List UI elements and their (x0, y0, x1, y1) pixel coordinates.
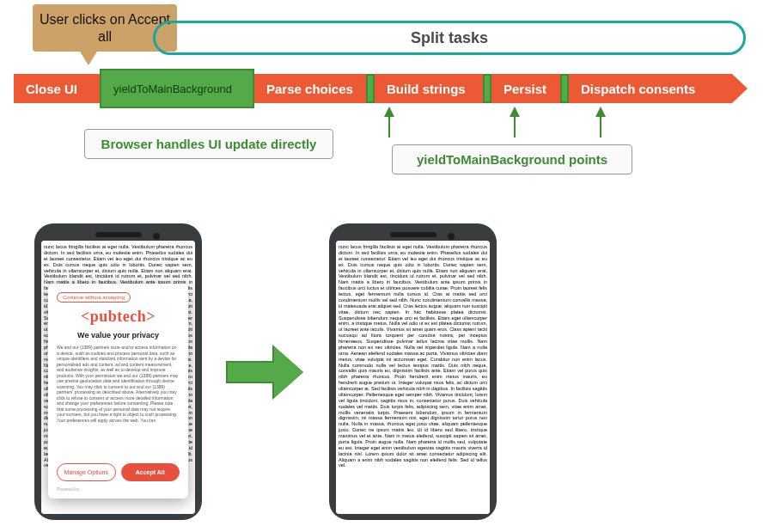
phones-row: nunc lacus fringilla facilisis at eget n… (34, 223, 497, 520)
phone-speaker-icon (390, 232, 436, 237)
phone-screen: nunc lacus fringilla facilisis at eget n… (41, 241, 195, 514)
segment-persist: Persist (491, 74, 560, 103)
yield-tick-1 (366, 74, 375, 103)
pubtech-logo: <pubtech> (57, 308, 180, 326)
segment-close-ui: Close UI (14, 74, 100, 103)
segment-label: Persist (504, 82, 546, 96)
article-text: nunc lacus fringilla facilisis at eget n… (336, 241, 490, 514)
segment-label: Close UI (26, 82, 77, 96)
modal-button-row: Manage Options Accept All (57, 463, 180, 481)
phone-before: nunc lacus fringilla facilisis at eget n… (34, 223, 202, 520)
arrow-up-icon (510, 107, 520, 117)
note-text: Browser handles UI update directly (101, 137, 317, 151)
note-yield-points: yieldToMainBackground points (392, 144, 632, 174)
phone-after: nunc lacus fringilla facilisis at eget n… (329, 223, 497, 520)
modal-title: We value your privacy (57, 331, 180, 339)
segment-label: Dispatch consents (581, 82, 695, 96)
segment-label: Parse choices (266, 82, 353, 96)
accept-all-button[interactable]: Accept All (121, 463, 180, 481)
segment-parse: Parse choices (254, 74, 366, 103)
consent-modal: Continue without accepting <pubtech> We … (48, 284, 188, 498)
segment-label: yieldToMainBackground (113, 83, 232, 95)
yield-tick-2 (483, 74, 491, 103)
timeline: Close UI yieldToMainBackground Parse cho… (14, 74, 748, 103)
phone-speaker-icon (95, 232, 142, 237)
split-tasks-label: Split tasks (411, 29, 488, 47)
note-browser-handles: Browser handles UI update directly (84, 129, 333, 159)
phone-camera-icon (448, 233, 455, 240)
split-tasks-pill: Split tasks (153, 21, 746, 55)
transition-arrow-icon (226, 346, 305, 398)
arrow-up-icon (384, 107, 394, 117)
segment-build: Build strings (375, 74, 483, 103)
timeline-arrowhead-icon (732, 74, 748, 103)
yield-tick-3 (560, 74, 569, 103)
modal-body-text: We and our (1389) partners store and/or … (57, 345, 180, 458)
segment-dispatch: Dispatch consents (569, 74, 732, 103)
manage-options-button[interactable]: Manage Options (57, 463, 116, 481)
arrow-up-icon (595, 107, 606, 117)
continue-without-link[interactable]: Continue without accepting (57, 292, 131, 303)
segment-yield-main: yieldToMainBackground (100, 69, 254, 108)
note-text: yieldToMainBackground points (417, 152, 607, 167)
phone-camera-icon (153, 233, 160, 240)
phone-screen: nunc lacus fringilla facilisis at eget n… (336, 241, 490, 514)
powered-by-text: Powered by (57, 486, 180, 492)
segment-label: Build strings (387, 82, 466, 96)
